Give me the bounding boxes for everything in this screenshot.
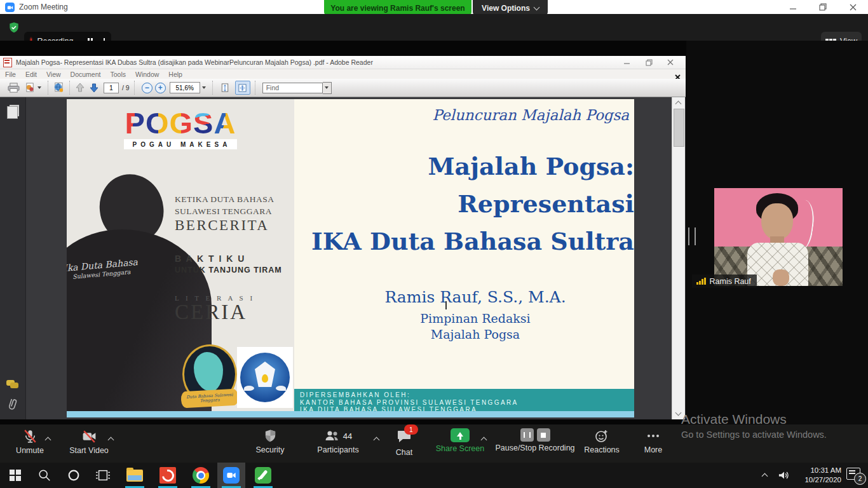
adobe-minimize-button[interactable]: [623, 58, 632, 67]
save-copy-icon[interactable]: [25, 83, 36, 93]
person-face: [761, 203, 793, 240]
slide-footer-banner: DIPERSEMBAHKAN OLEH: KANTOR BAHASA PROVI…: [294, 389, 634, 411]
pause-recording-button-icon[interactable]: [520, 428, 534, 442]
tray-show-hidden-icons[interactable]: [755, 463, 774, 488]
page-thumbnails-icon[interactable]: [7, 106, 18, 119]
zoom-level-value[interactable]: 51,6%: [170, 82, 200, 93]
menu-view[interactable]: View: [46, 71, 61, 78]
security-shield-icon[interactable]: [8, 21, 20, 34]
panel-resize-handle[interactable]: [688, 227, 696, 245]
menu-tools[interactable]: Tools: [110, 71, 126, 78]
scrolling-mode-button[interactable]: [217, 81, 233, 95]
video-thumbnail-panel: Ramis Rauf: [686, 41, 868, 424]
tray-clock[interactable]: 10:31 AM 10/27/2020: [796, 466, 841, 485]
chat-button[interactable]: 1 Chat: [388, 428, 421, 457]
notification-count-badge: 2: [854, 473, 866, 485]
minimize-button[interactable]: [788, 2, 798, 12]
attachments-paperclip-icon[interactable]: [8, 397, 18, 411]
speaker-icon: [778, 470, 790, 481]
shared-screen-region: Majalah Pogsa- Representasi IKA Dubas Su…: [0, 41, 686, 424]
more-button[interactable]: More: [639, 428, 668, 454]
more-dots-icon: [648, 428, 659, 444]
shield-icon: [263, 428, 278, 444]
participant-video[interactable]: [714, 188, 843, 286]
pause-stop-recording-button[interactable]: Pause/Stop Recording: [494, 428, 576, 452]
video-options-chevron[interactable]: [109, 433, 113, 445]
security-button[interactable]: Security: [252, 428, 288, 454]
page-number-input[interactable]: [104, 83, 119, 93]
chevron-down-icon: [533, 4, 539, 10]
logo-letter: G: [170, 108, 194, 138]
menu-window[interactable]: Window: [135, 71, 159, 78]
print-icon[interactable]: [8, 83, 20, 93]
caption-text: SULAWESI TENGGARA: [175, 207, 290, 217]
notes-app-button[interactable]: [249, 463, 277, 488]
stop-recording-button-icon[interactable]: [537, 428, 550, 442]
adobe-close-button[interactable]: [666, 58, 675, 67]
menu-help[interactable]: Help: [168, 71, 182, 78]
poster-left-panel: POGSA POGAU MAKESA Ika Duta Bahasa Sulaw…: [67, 99, 294, 411]
audio-options-chevron[interactable]: [46, 433, 50, 445]
find-input[interactable]: [262, 83, 323, 93]
share-screen-button[interactable]: Share Screen: [433, 428, 487, 453]
tray-time: 10:31 AM: [796, 466, 841, 475]
menu-edit[interactable]: Edit: [25, 71, 37, 78]
participants-button[interactable]: 44 Participants: [311, 428, 365, 454]
zoom-dropdown-arrow[interactable]: [200, 82, 208, 93]
reactions-button[interactable]: Reactions: [581, 428, 622, 454]
scrollbar-thumb[interactable]: [674, 109, 684, 147]
menu-document[interactable]: Document: [71, 71, 101, 78]
caption-text: CERIA: [175, 301, 290, 324]
participants-options-chevron[interactable]: [374, 433, 379, 445]
tray-volume-button[interactable]: [774, 463, 794, 488]
adobe-title-bar: Majalah Pogsa- Representasi IKA Dubas Su…: [0, 56, 686, 69]
pause-stop-label: Pause/Stop Recording: [495, 444, 574, 452]
next-page-icon[interactable]: [88, 82, 100, 93]
scroll-up-arrow[interactable]: [674, 98, 683, 107]
zoom-in-icon[interactable]: +: [155, 83, 166, 93]
unmute-label: Unmute: [16, 446, 44, 455]
share-options-chevron[interactable]: [482, 433, 486, 445]
maximize-button[interactable]: [818, 2, 828, 12]
zoom-out-icon[interactable]: −: [142, 83, 153, 93]
cortana-button[interactable]: [60, 463, 88, 488]
slide-title: Majalah Pogsa: Representasi IKA Duta Bah…: [294, 147, 634, 260]
adobe-restore-button[interactable]: [644, 58, 653, 67]
chrome-button[interactable]: [187, 463, 215, 488]
logo-letter: O: [146, 108, 170, 138]
adobe-window-title: Majalah Pogsa- Representasi IKA Dubas Su…: [16, 58, 373, 66]
previous-page-icon[interactable]: [74, 82, 86, 93]
save-dropdown-arrow[interactable]: [36, 82, 43, 93]
find-dropdown-arrow[interactable]: [323, 82, 332, 94]
participant-name-tag: Ramis Rauf: [692, 274, 757, 288]
more-label: More: [644, 445, 662, 454]
adobe-reader-window: Majalah Pogsa- Representasi IKA Dubas Su…: [0, 56, 686, 419]
zoom-app-button[interactable]: [217, 463, 245, 488]
web-capture-icon[interactable]: [53, 82, 65, 93]
start-video-button[interactable]: Start Video: [66, 428, 112, 455]
close-button[interactable]: [848, 2, 858, 12]
fit-page-button[interactable]: [235, 81, 250, 95]
mic-muted-icon: [22, 428, 38, 444]
adobe-vertical-scrollbar[interactable]: [672, 97, 685, 419]
search-icon: [37, 468, 51, 482]
pdf-reader-app-icon: [159, 467, 176, 484]
comments-icon[interactable]: [6, 380, 18, 388]
logo-letter: S: [193, 108, 214, 138]
pdf-slide-page: POGSA POGAU MAKESA Ika Duta Bahasa Sulaw…: [67, 99, 634, 417]
title-line: IKA Duta Bahasa Sultra: [294, 222, 634, 260]
task-view-button[interactable]: [89, 463, 117, 488]
taskbar-search-button[interactable]: [31, 463, 58, 488]
caption-text: BERCERITA: [175, 217, 290, 234]
duta-bahasa-badge-logo: Duta Bahasa Sulawesi Tenggara: [182, 344, 237, 408]
pdf-reader-app-button[interactable]: [154, 463, 182, 488]
slide-kicker: Peluncuran Majalah Pogsa: [433, 107, 630, 123]
unmute-button[interactable]: Unmute: [9, 428, 51, 455]
tut-wuri-handayani-logo: [237, 347, 293, 408]
chat-unread-badge: 1: [404, 424, 418, 435]
slide-right-panel: Peluncuran Majalah Pogsa Majalah Pogsa: …: [294, 99, 634, 411]
file-explorer-button[interactable]: [121, 463, 149, 488]
menu-file[interactable]: File: [5, 71, 16, 78]
start-button[interactable]: [1, 463, 29, 488]
adobe-toolbar: / 9 − + 51,6%: [0, 79, 686, 97]
